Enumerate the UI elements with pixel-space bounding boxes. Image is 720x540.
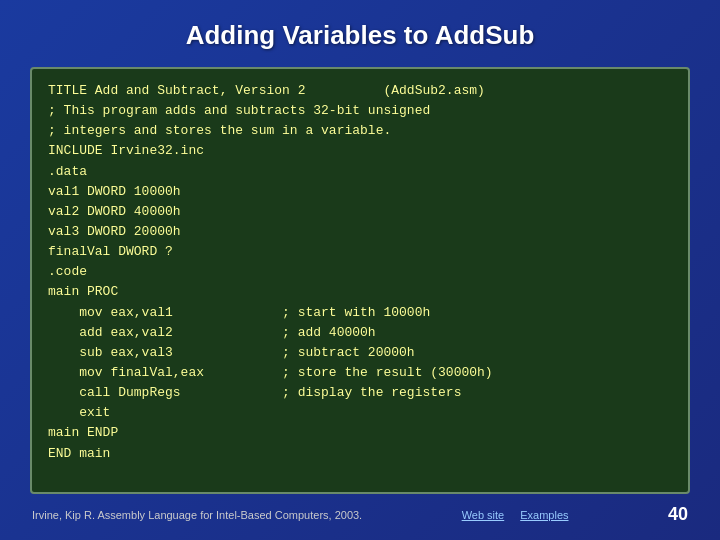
code-box: TITLE Add and Subtract, Version 2 (AddSu… xyxy=(30,67,690,494)
page-number: 40 xyxy=(668,504,688,525)
slide: Adding Variables to AddSub TITLE Add and… xyxy=(0,0,720,540)
footer: Irvine, Kip R. Assembly Language for Int… xyxy=(30,504,690,525)
footer-credit: Irvine, Kip R. Assembly Language for Int… xyxy=(32,509,362,521)
examples-link[interactable]: Examples xyxy=(520,509,568,521)
web-site-link[interactable]: Web site xyxy=(462,509,505,521)
slide-title: Adding Variables to AddSub xyxy=(186,20,535,51)
code-content: TITLE Add and Subtract, Version 2 (AddSu… xyxy=(48,81,672,464)
footer-links: Web site Examples xyxy=(462,509,569,521)
